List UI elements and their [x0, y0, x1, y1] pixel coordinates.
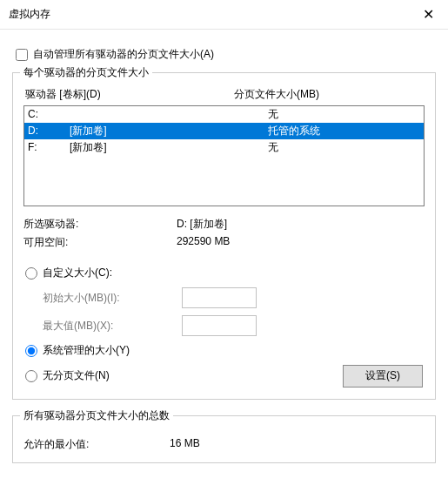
- radio-system-label: 系统管理的大小(Y): [43, 343, 130, 358]
- radio-custom-label: 自定义大小(C):: [43, 266, 112, 280]
- col-pagefile-header: 分页文件大小(MB): [234, 87, 423, 102]
- drive-volume: [新加卷]: [70, 123, 268, 139]
- radio-none-label: 无分页文件(N): [43, 368, 110, 383]
- initial-size-input[interactable]: [182, 287, 257, 308]
- per-drive-groupbox: 每个驱动器的分页文件大小 驱动器 [卷标](D) 分页文件大小(MB) C:无D…: [12, 72, 436, 400]
- custom-size-inputs: 初始大小(MB)(I): 最大值(MB)(X):: [43, 287, 425, 336]
- drive-pagefile: 托管的系统: [268, 123, 420, 139]
- col-drive-header: 驱动器 [卷标](D): [25, 87, 234, 102]
- drive-volume: [新加卷]: [70, 139, 268, 156]
- free-space-label: 可用空间:: [23, 235, 177, 250]
- radio-none[interactable]: [25, 370, 37, 382]
- selected-drive-row: 所选驱动器: D: [新加卷]: [23, 217, 425, 232]
- close-button[interactable]: ✕: [408, 0, 448, 30]
- titlebar: 虚拟内存 ✕: [0, 0, 448, 30]
- max-size-row: 最大值(MB)(X):: [43, 315, 425, 336]
- drive-row[interactable]: C:无: [24, 106, 424, 123]
- radio-system-row[interactable]: 系统管理的大小(Y): [23, 343, 425, 358]
- drive-letter: D:: [28, 123, 70, 139]
- auto-manage-label: 自动管理所有驱动器的分页文件大小(A): [33, 47, 214, 62]
- drive-pagefile: 无: [268, 139, 420, 156]
- content-area: 自动管理所有驱动器的分页文件大小(A) 每个驱动器的分页文件大小 驱动器 [卷标…: [0, 30, 448, 463]
- window-title: 虚拟内存: [9, 7, 50, 22]
- max-size-input[interactable]: [182, 315, 257, 336]
- radio-none-row[interactable]: 无分页文件(N): [23, 368, 110, 383]
- selected-drive-value: D: [新加卷]: [177, 217, 227, 232]
- drive-row[interactable]: F:[新加卷]无: [24, 139, 424, 156]
- free-space-value: 292590 MB: [177, 235, 230, 250]
- radio-system[interactable]: [25, 345, 37, 357]
- set-button[interactable]: 设置(S): [343, 365, 423, 388]
- auto-manage-checkbox-row[interactable]: 自动管理所有驱动器的分页文件大小(A): [16, 47, 436, 62]
- drive-pagefile: 无: [268, 106, 420, 123]
- min-allowed-label: 允许的最小值:: [23, 437, 170, 452]
- auto-manage-checkbox[interactable]: [16, 49, 28, 61]
- drive-letter: C:: [28, 106, 70, 123]
- per-drive-group-title: 每个驱动器的分页文件大小: [20, 65, 152, 80]
- drive-row[interactable]: D:[新加卷]托管的系统: [24, 123, 424, 139]
- close-icon: ✕: [423, 6, 434, 23]
- radio-custom[interactable]: [25, 267, 37, 280]
- drive-volume: [70, 106, 268, 123]
- totals-groupbox: 所有驱动器分页文件大小的总数 允许的最小值: 16 MB: [12, 415, 436, 463]
- totals-group-title: 所有驱动器分页文件大小的总数: [20, 408, 173, 423]
- min-allowed-row: 允许的最小值: 16 MB: [23, 437, 425, 452]
- radio-custom-row[interactable]: 自定义大小(C):: [23, 266, 425, 280]
- size-options: 自定义大小(C): 初始大小(MB)(I): 最大值(MB)(X): 系统管理的…: [23, 266, 425, 388]
- radio-none-row-wrap: 无分页文件(N) 设置(S): [23, 363, 425, 388]
- min-allowed-value: 16 MB: [170, 437, 200, 452]
- initial-size-label: 初始大小(MB)(I):: [43, 291, 182, 306]
- drive-list-header: 驱动器 [卷标](D) 分页文件大小(MB): [23, 85, 425, 105]
- max-size-label: 最大值(MB)(X):: [43, 319, 182, 334]
- selected-drive-label: 所选驱动器:: [23, 217, 177, 232]
- drive-listbox[interactable]: C:无D:[新加卷]托管的系统F:[新加卷]无: [23, 105, 425, 206]
- initial-size-row: 初始大小(MB)(I):: [43, 287, 425, 308]
- drive-letter: F:: [28, 139, 70, 156]
- free-space-row: 可用空间: 292590 MB: [23, 235, 425, 250]
